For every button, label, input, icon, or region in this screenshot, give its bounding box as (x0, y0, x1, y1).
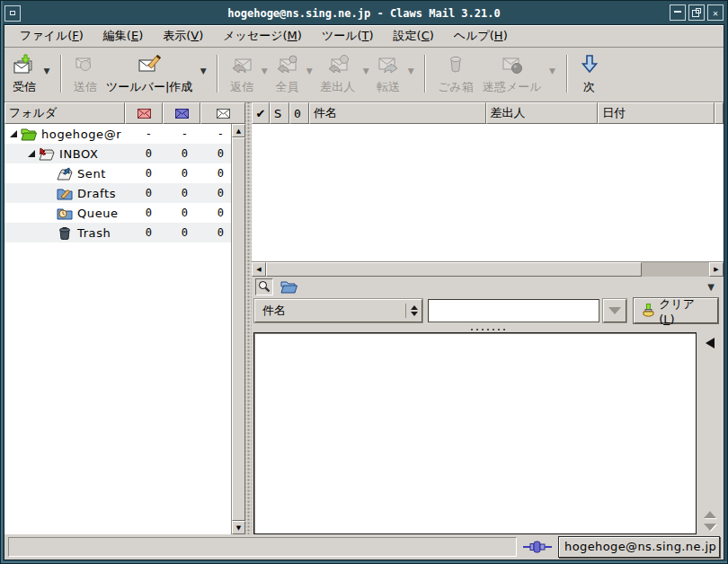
drafts-folder-icon (57, 187, 73, 200)
menu-file[interactable]: ファイル(F) (10, 25, 93, 47)
quicksearch-toggle-row: ▼ (252, 277, 724, 296)
scroll-left-icon[interactable]: ◀ (252, 262, 266, 277)
clear-button[interactable]: クリア(L) (634, 298, 718, 323)
folder-row-inbox[interactable]: INBOX 0 0 0 (4, 144, 231, 163)
reply-all-dropdown-arrow: ▼ (303, 58, 315, 84)
toolbar-button-trash: ごみ箱 (433, 51, 478, 96)
titlebar[interactable]: hogehoge@ns.sing.ne.jp - Claws Mail 3.21… (3, 3, 725, 23)
collapse-left-icon[interactable] (706, 338, 715, 348)
toolbar-button-reply: 返信 (226, 51, 258, 96)
account-folder-icon (21, 128, 37, 141)
unread-count: 0 (159, 187, 195, 199)
toolbar-label: 差出人 (320, 79, 355, 95)
new-mail-column-header[interactable] (125, 102, 163, 124)
quicksearch-toggle-button[interactable] (255, 278, 273, 295)
message-list-body[interactable] (252, 124, 724, 261)
folder-column-header[interactable]: フォルダ (4, 102, 125, 124)
menu-edit[interactable]: 編集(E) (93, 25, 153, 47)
menu-configuration[interactable]: 設定(C) (384, 25, 444, 47)
open-folder-button[interactable] (280, 280, 297, 294)
toolbar-separator (217, 55, 218, 93)
new-count: - (123, 128, 159, 140)
mark-column-header[interactable]: ✔ (252, 102, 270, 124)
search-history-dropdown (603, 299, 626, 322)
subject-column-header[interactable]: 件名 (309, 102, 486, 124)
minimize-button[interactable] (670, 4, 686, 21)
forward-dropdown-arrow: ▼ (404, 58, 417, 84)
toolbar-label: ごみ箱 (438, 79, 474, 95)
total-count: 0 (195, 147, 231, 160)
toolbar-label: 迷惑メール (483, 79, 542, 95)
folder-row-drafts[interactable]: Drafts 0 0 0 (4, 183, 231, 203)
open-folder-icon (280, 280, 297, 294)
from-column-header[interactable]: 差出人 (486, 102, 599, 124)
mime-prev-icon[interactable] (704, 511, 716, 518)
folder-scrollbar[interactable]: ▲ ▼ (231, 124, 245, 534)
toolbar-separator (566, 55, 568, 93)
toolbar-separator (424, 55, 426, 93)
status-column-header[interactable]: S (270, 102, 289, 124)
total-mail-icon (217, 109, 230, 119)
scroll-down-icon[interactable]: ▼ (232, 521, 245, 534)
toolbar-label: 送信 (74, 79, 97, 95)
folder-row-sent[interactable]: Sent 0 0 0 (4, 163, 231, 183)
menu-view[interactable]: 表示(V) (153, 25, 213, 47)
folder-row-trash[interactable]: Trash 0 0 0 (4, 223, 231, 242)
toolbar: 受信 ▼ 送信 (4, 48, 724, 102)
folder-row-queue[interactable]: Queue 0 0 0 (4, 203, 231, 223)
menu-help[interactable]: ヘルプ(H) (444, 25, 518, 47)
unread-count: 0 (159, 167, 195, 180)
folder-pane: フォルダ (4, 102, 245, 534)
unread-count: 0 (159, 207, 195, 219)
network-plug-icon (522, 540, 553, 554)
scrollbar-thumb[interactable] (232, 137, 245, 521)
compose-dropdown-arrow[interactable]: ▼ (197, 58, 209, 84)
trash-folder-icon (57, 226, 73, 240)
scroll-right-icon[interactable]: ▶ (709, 262, 724, 277)
toolbar-button-reply-all: 全員 (271, 51, 303, 96)
statusbar: hogehoge@ns.sing.ne.jp (4, 534, 724, 560)
online-toggle[interactable] (522, 540, 553, 554)
search-input[interactable] (428, 299, 600, 322)
window-title: hogehoge@ns.sing.ne.jp - Claws Mail 3.21… (3, 7, 725, 20)
app-surface: ファイル(F) 編集(E) 表示(V) メッセージ(M) ツール(T) 設定(C… (4, 24, 724, 560)
receive-dropdown-arrow[interactable]: ▼ (40, 58, 53, 84)
pane-splitter[interactable] (245, 102, 252, 534)
total-count: - (195, 128, 231, 140)
splitter-handle-dots (467, 328, 509, 331)
message-view[interactable] (253, 332, 697, 534)
toolbar-label: 次 (583, 79, 595, 95)
toolbar-button-compose[interactable]: ツールバー|作成 (102, 51, 197, 96)
pane-options-arrow[interactable]: ▼ (707, 282, 715, 292)
new-count: 0 (123, 167, 159, 180)
account-selector-button[interactable]: hogehoge@ns.sing.ne.jp (558, 536, 720, 558)
quicksearch-bar: 件名 クリア(L (252, 296, 724, 327)
search-criteria-combo[interactable]: 件名 (254, 299, 422, 322)
date-column-header[interactable]: 日付 (598, 102, 715, 124)
scrollbar-thumb[interactable] (266, 262, 642, 277)
mime-next-icon[interactable] (704, 524, 716, 531)
toolbar-button-receive[interactable]: 受信 (8, 51, 40, 96)
message-pane: ✔ S 0 件名 差出人 日付 ◀ ▶ (252, 102, 724, 534)
attachment-column-header[interactable]: 0 (289, 102, 309, 124)
menu-message[interactable]: メッセージ(M) (213, 25, 312, 47)
message-list-hscrollbar[interactable]: ◀ ▶ (252, 261, 724, 277)
maximize-button[interactable] (688, 4, 705, 21)
folder-tree: hogehoge@r - - - (4, 124, 231, 534)
reply-sender-dropdown-arrow: ▼ (360, 58, 372, 84)
folder-row-account[interactable]: hogehoge@r - - - (4, 124, 231, 144)
expander-icon[interactable] (28, 150, 35, 157)
unread-mail-column-header[interactable] (163, 102, 200, 124)
scroll-up-icon[interactable]: ▲ (232, 124, 245, 137)
expander-icon[interactable] (10, 130, 17, 137)
toolbar-button-spam: 迷惑メール (478, 51, 546, 96)
menubar: ファイル(F) 編集(E) 表示(V) メッセージ(M) ツール(T) 設定(C… (4, 25, 724, 48)
magnifier-icon (258, 280, 271, 293)
send-mail-icon (74, 52, 97, 77)
sent-folder-icon (57, 167, 73, 181)
total-mail-column-header[interactable] (200, 102, 245, 124)
toolbar-button-next[interactable]: 次 (575, 51, 604, 96)
menu-tools[interactable]: ツール(T) (312, 25, 384, 47)
reply-dropdown-arrow: ▼ (258, 58, 271, 84)
close-button[interactable]: ✕ (707, 4, 724, 21)
